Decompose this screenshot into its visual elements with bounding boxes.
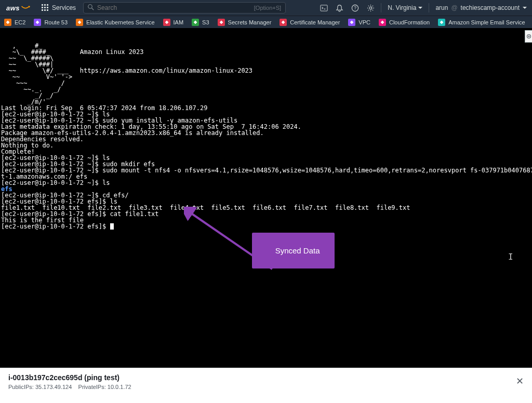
aws-logo-text: aws xyxy=(6,4,20,12)
svg-rect-11 xyxy=(321,5,327,10)
service-icon: ◆ xyxy=(348,19,355,26)
svg-point-9 xyxy=(88,4,92,8)
callout-label: Synced Data xyxy=(275,246,320,255)
terminal-line: [ec2-user@ip-10-0-1-72 efs]$ xyxy=(1,223,531,230)
grid-icon xyxy=(42,4,49,11)
instance-id-title: i-0013b197c2cec695d (ping test) xyxy=(8,373,524,382)
favorite-item[interactable]: ◆EC2 xyxy=(0,19,30,26)
svg-rect-1 xyxy=(44,4,46,6)
service-icon: ◆ xyxy=(280,19,287,26)
instance-ips: PublicIPs: 35.173.49.124 PrivateIPs: 10.… xyxy=(8,384,524,390)
cloudshell-icon[interactable] xyxy=(316,1,331,15)
favorite-label: Route 53 xyxy=(44,19,68,25)
favorite-item[interactable]: ◆Secrets Manager xyxy=(214,19,276,26)
svg-line-22 xyxy=(373,5,373,6)
terminal-line: Nothing to do. xyxy=(1,142,531,149)
svg-rect-0 xyxy=(42,4,43,6)
favorite-item[interactable]: ◆Certificate Manager xyxy=(275,19,344,26)
favorite-label: IAM xyxy=(174,19,184,25)
service-icon: ◆ xyxy=(76,19,83,26)
terminal-line: Dependencies resolved. xyxy=(1,136,531,142)
svg-point-14 xyxy=(369,7,372,9)
svg-text:?: ? xyxy=(354,5,356,10)
terminal-line: [ec2-user@ip-10-0-1-72 ~]$ ls xyxy=(1,180,531,186)
favorite-label: Amazon Simple Email Service xyxy=(448,19,525,25)
svg-line-10 xyxy=(92,8,94,10)
service-icon: ◆ xyxy=(4,19,11,26)
service-icon: ◆ xyxy=(438,19,445,26)
terminal-line: ~~ \#/ ___ https://aws.amazon.com/linux/… xyxy=(1,68,531,74)
terminal-line: ~~~ / xyxy=(1,80,531,86)
account-menu[interactable]: arun @ techiescamp-account xyxy=(430,4,532,11)
svg-rect-2 xyxy=(47,4,48,6)
search-box[interactable]: [Option+S] xyxy=(83,2,286,14)
search-shortcut-hint: [Option+S] xyxy=(254,5,281,11)
side-panel-toggle[interactable] xyxy=(525,30,532,43)
help-icon[interactable]: ? xyxy=(348,1,362,15)
account-name: techiescamp-account xyxy=(461,4,520,11)
terminal-line: ~~._. _/ xyxy=(1,86,531,92)
svg-rect-7 xyxy=(44,9,46,11)
region-name: N. Virginia xyxy=(388,4,416,11)
header-icons: ? xyxy=(316,1,380,15)
user-name: arun xyxy=(435,4,448,11)
service-icon: ◆ xyxy=(379,19,386,26)
public-ip-label: PublicIPs: xyxy=(8,384,34,390)
favorite-label: Secrets Manager xyxy=(228,19,272,25)
annotation-callout: Synced Data xyxy=(252,233,335,268)
svg-line-20 xyxy=(373,9,373,10)
favorite-item[interactable]: ◆Amazon Simple Email Service xyxy=(434,19,529,26)
favorite-item[interactable]: ◆CloudFormation xyxy=(375,19,434,26)
favorite-item[interactable]: ◆Elastic Kubernetes Service xyxy=(72,19,158,26)
private-ip-value: 10.0.1.72 xyxy=(108,384,131,390)
service-icon: ◆ xyxy=(34,19,41,26)
aws-top-header: aws Services [Option+S] ? N. Virginia ar… xyxy=(0,0,532,16)
private-ip-label: PrivateIPs: xyxy=(78,384,106,390)
favorite-label: S3 xyxy=(202,19,209,25)
service-icon: ◆ xyxy=(192,19,199,26)
terminal-line: ~\_ ####_ Amazon Linux 2023 xyxy=(1,49,531,55)
favorite-label: VPC xyxy=(358,19,370,25)
text-cursor-icon: 𝙸 xyxy=(508,253,513,262)
favorite-item[interactable]: ◆VPC xyxy=(344,19,375,26)
svg-rect-4 xyxy=(44,7,46,8)
favorites-bar: ◆EC2◆Route 53◆Elastic Kubernetes Service… xyxy=(0,16,532,28)
svg-rect-3 xyxy=(42,7,43,8)
svg-rect-6 xyxy=(42,9,43,11)
search-input[interactable] xyxy=(97,4,254,11)
session-footer: i-0013b197c2cec695d (ping test) PublicIP… xyxy=(0,368,532,403)
aws-logo[interactable]: aws xyxy=(0,4,36,12)
svg-line-19 xyxy=(368,5,369,6)
service-icon: ◆ xyxy=(218,19,225,26)
search-icon xyxy=(88,4,94,12)
services-label: Services xyxy=(52,4,76,11)
terminal-line: ~~ \_#####\ xyxy=(1,55,531,61)
favorite-item[interactable]: ◆IAM xyxy=(159,19,188,26)
close-icon[interactable]: ✕ xyxy=(516,375,524,387)
svg-rect-8 xyxy=(47,9,48,11)
favorite-item[interactable]: ◆Amazon EventBridge xyxy=(529,19,532,26)
chevron-down-icon xyxy=(418,7,422,9)
terminal-cursor xyxy=(110,223,114,230)
terminal-line: ~~ V~' '-> xyxy=(1,74,531,80)
svg-line-21 xyxy=(368,9,369,10)
favorite-label: CloudFormation xyxy=(389,19,430,25)
services-menu[interactable]: Services xyxy=(36,4,81,11)
terminal-viewport[interactable]: , #_ ~\_ ####_ Amazon Linux 2023 ~~ \_##… xyxy=(0,28,532,368)
favorite-label: Certificate Manager xyxy=(290,19,340,25)
favorite-item[interactable]: ◆S3 xyxy=(188,19,213,26)
favorite-item[interactable]: ◆Route 53 xyxy=(30,19,72,26)
settings-icon[interactable] xyxy=(363,1,378,15)
public-ip-value: 35.173.49.124 xyxy=(35,384,72,390)
favorite-label: Elastic Kubernetes Service xyxy=(86,19,154,25)
favorite-label: EC2 xyxy=(15,19,25,25)
chevron-down-icon xyxy=(523,7,527,9)
region-selector[interactable]: N. Virginia xyxy=(382,4,428,11)
service-icon: ◆ xyxy=(163,19,170,26)
notifications-icon[interactable] xyxy=(332,1,347,15)
svg-rect-5 xyxy=(47,7,48,8)
terminal-line: _/ _/ xyxy=(1,92,531,99)
